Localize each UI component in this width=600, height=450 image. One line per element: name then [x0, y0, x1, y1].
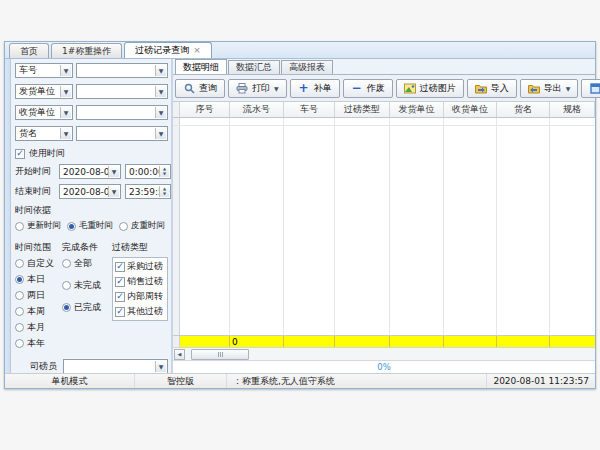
col-header-vehicle[interactable]: 车号	[284, 102, 335, 117]
new-row-line	[173, 125, 595, 126]
chevron-down-icon: ▼	[155, 107, 166, 118]
export-icon	[528, 82, 540, 94]
progress-bar: 0%	[173, 360, 595, 373]
tab-data-summary[interactable]: 数据汇总	[228, 60, 280, 74]
filter-field-select-receiver[interactable]: 收货单位▼	[15, 105, 73, 120]
chevron-down-icon: ▼	[155, 128, 166, 139]
tab-data-detail[interactable]: 数据明细	[175, 59, 227, 74]
status-bar: 单机模式 智控版 ：称重系统,无人值守系统 2020-08-01 11:23:5…	[5, 373, 595, 388]
search-icon	[183, 82, 195, 94]
radio-finish-all[interactable]: 全部	[62, 257, 112, 270]
radio-range-custom[interactable]: 自定义	[15, 257, 62, 270]
print-button[interactable]: 打印 ▼	[228, 79, 287, 98]
chevron-down-icon: ▼	[60, 65, 71, 76]
weigh-photo-button[interactable]: 过磅图片	[396, 79, 464, 98]
use-time-checkbox[interactable]: ✓	[15, 149, 25, 159]
total-count-cell: 0	[230, 336, 284, 347]
void-order-button[interactable]: − 作废	[343, 79, 393, 98]
end-time-label: 结束时间	[15, 185, 59, 198]
import-icon	[475, 82, 487, 94]
record-grid: 序号 流水号 车号 过磅类型 发货单位 收货单位 货名 规格	[173, 101, 595, 373]
weigher-select[interactable]: ▼	[63, 359, 168, 373]
col-header-serial[interactable]: 流水号	[230, 102, 284, 117]
finish-condition-label: 完成条件	[62, 241, 112, 254]
close-tab-icon[interactable]: ×	[193, 46, 201, 55]
weigher-label: 司磅员	[15, 360, 63, 373]
end-time-spinner[interactable]: 23:59:59 ▲▼	[125, 184, 171, 199]
filter-value-receiver[interactable]: ▼	[76, 105, 168, 120]
start-time-spinner[interactable]: 0:00:00 ▲▼	[125, 164, 171, 179]
col-header-seq[interactable]: 序号	[180, 102, 230, 117]
tab-weigh-operation[interactable]: 1#称重操作	[51, 43, 122, 58]
chevron-down-icon: ▼	[155, 65, 166, 76]
col-header-weigh-type[interactable]: 过磅类型	[335, 102, 390, 117]
tab-record-query[interactable]: 过磅记录查询 ×	[124, 42, 212, 58]
spinner-arrows-icon[interactable]: ▲▼	[159, 186, 169, 197]
radio-gross-time[interactable]: 毛重时间	[67, 220, 113, 232]
radio-range-year[interactable]: 本年	[15, 337, 62, 350]
chevron-down-icon: ▼	[155, 361, 166, 372]
checkbox-purchase-weigh[interactable]: ✓采购过磅	[115, 260, 165, 273]
radio-range-today[interactable]: 本日	[15, 273, 62, 286]
filter-field-select-sender[interactable]: 发货单位▼	[15, 84, 73, 99]
filter-value-sender[interactable]: ▼	[76, 84, 168, 99]
filter-value-goods[interactable]: ▼	[76, 126, 168, 141]
filter-field-select-goods[interactable]: 货名▼	[15, 126, 73, 141]
toolbar: 查询 打印 ▼ + 补单 − 作废 过磅图片	[173, 75, 595, 101]
col-header-spec[interactable]: 规格	[550, 102, 595, 117]
status-edition: 智控版	[135, 374, 227, 388]
checkbox-internal-transfer[interactable]: ✓内部周转	[115, 290, 165, 303]
filter-field-select-vehicle[interactable]: 车号▼	[15, 63, 73, 78]
radio-finish-incomplete[interactable]: 未完成	[62, 279, 112, 292]
import-button[interactable]: 导入	[467, 79, 517, 98]
calendar-dropdown-icon: ▼	[108, 186, 119, 197]
radio-range-week[interactable]: 本周	[15, 305, 62, 318]
radio-range-month[interactable]: 本月	[15, 321, 62, 334]
calendar-dropdown-icon: ▼	[108, 166, 119, 177]
checkbox-other-weigh[interactable]: ✓其他过磅	[115, 305, 165, 318]
col-header-sender[interactable]: 发货单位	[390, 102, 444, 117]
status-datetime: 2020-08-01 11:23:57	[487, 374, 595, 388]
data-tab-strip: 数据明细 数据汇总 高级报表	[173, 59, 595, 75]
end-date-picker[interactable]: 2020-08-01 ▼	[59, 184, 121, 199]
tab-home-label: 首页	[20, 45, 38, 58]
time-range-label: 时间范围	[15, 241, 62, 254]
filter-value-vehicle[interactable]: ▼	[76, 63, 168, 78]
app-window: 首页 1#称重操作 过磅记录查询 × 车号▼ ▼ 发货单位▼ ▼ 收货单位▼	[4, 41, 596, 389]
radio-finish-complete[interactable]: 已完成	[62, 301, 112, 314]
filter-panel: 车号▼ ▼ 发货单位▼ ▼ 收货单位▼ ▼ 货名▼ ▼ ✓ 使用时间	[11, 59, 173, 373]
grid-total-row: 0	[173, 335, 595, 347]
settings-icon	[589, 82, 600, 94]
export-button[interactable]: 导出 ▼	[520, 79, 579, 98]
tab-advanced-report[interactable]: 高级报表	[281, 60, 333, 74]
settings-button[interactable]: 设置	[581, 79, 600, 98]
scroll-left-icon[interactable]: ◀	[174, 349, 185, 360]
document-tab-strip: 首页 1#称重操作 过磅记录查询 ×	[5, 42, 595, 59]
horizontal-scrollbar[interactable]: ◀	[173, 347, 595, 360]
plus-icon: +	[298, 82, 310, 94]
col-header-receiver[interactable]: 收货单位	[444, 102, 497, 117]
checkbox-sales-weigh[interactable]: ✓销售过磅	[115, 275, 165, 288]
chevron-down-icon: ▼	[60, 107, 71, 118]
start-date-picker[interactable]: 2020-08-01 ▼	[59, 164, 121, 179]
use-time-label: 使用时间	[29, 147, 65, 160]
radio-tare-time[interactable]: 皮重时间	[119, 220, 165, 232]
picture-icon	[404, 82, 416, 94]
tab-weigh-operation-label: 1#称重操作	[62, 45, 111, 58]
time-basis-label: 时间依据	[15, 204, 168, 217]
status-mode: 单机模式	[5, 374, 135, 388]
grid-body[interactable]	[173, 118, 595, 335]
supplement-order-button[interactable]: + 补单	[290, 79, 340, 98]
grid-header-row: 序号 流水号 车号 过磅类型 发货单位 收货单位 货名 规格	[173, 102, 595, 118]
spinner-arrows-icon[interactable]: ▲▼	[159, 166, 169, 177]
radio-range-two-days[interactable]: 两日	[15, 289, 62, 302]
chevron-down-icon: ▼	[60, 86, 71, 97]
scrollbar-thumb[interactable]	[191, 349, 249, 360]
chevron-down-icon: ▼	[60, 128, 71, 139]
radio-update-time[interactable]: 更新时间	[15, 220, 61, 232]
col-header-goods[interactable]: 货名	[497, 102, 550, 117]
tab-home[interactable]: 首页	[9, 43, 49, 58]
main-panel: 数据明细 数据汇总 高级报表 查询 打印 ▼ + 补单	[173, 59, 595, 373]
minus-icon: −	[351, 82, 363, 94]
query-button[interactable]: 查询	[175, 79, 225, 98]
